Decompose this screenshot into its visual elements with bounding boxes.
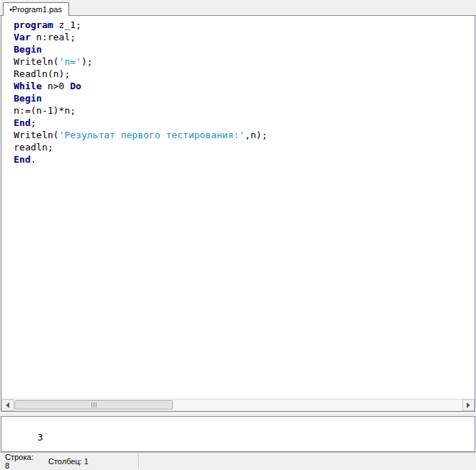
scrollbar-track[interactable] [14,399,462,411]
code-token: 'Результат первого тестирования:' [59,130,245,140]
code-token: End [14,117,30,128]
code-line: Readln(n); [14,68,475,80]
scrollbar-thumb[interactable] [14,400,173,410]
code-token: Writeln( [14,56,59,67]
code-token: Readln(n); [14,68,70,79]
status-bar: Строка: 8 Столбец: 1 [0,452,476,470]
thumb-grip-icon [96,402,96,407]
thumb-grip-icon [94,402,94,407]
output-value-line: 3 [4,418,472,452]
code-line: While n>0 Do [14,80,475,92]
code-token: Do [70,81,81,91]
output-value: 3 [37,432,43,443]
code-token: n:real; [30,32,76,42]
code-line: Var n:real; [14,31,475,43]
code-token: n:=(n-1)*n; [14,105,76,116]
code-token: program [14,19,53,30]
code-line: readln; [14,141,475,153]
code-line: Writeln('Результат первого тестирования:… [14,129,475,141]
tab-program1[interactable]: •Program1.pas [3,2,69,16]
code-token: . [30,154,36,165]
code-token: While [14,81,42,91]
code-line: n:=(n-1)*n; [14,104,475,117]
code-line: End. [14,153,475,166]
code-editor[interactable]: program z_1;Var n:real;BeginWriteln('n='… [1,16,475,399]
code-token: Begin [14,44,42,55]
code-token: z_1; [53,19,81,30]
scroll-left-button[interactable] [1,399,14,411]
code-token: End [14,154,30,165]
status-line-indicator: Строка: 8 [0,453,43,470]
code-line: End; [14,117,475,129]
code-token: 'n=' [59,56,81,67]
status-empty-section [140,453,476,470]
thumb-grip-icon [91,402,92,407]
tab-label: •Program1.pas [9,5,62,14]
status-column-indicator: Столбец: 1 [43,453,138,470]
code-line: Writeln('n='); [14,55,475,68]
code-token: Var [14,32,30,42]
scroll-left-icon [6,402,9,408]
code-token: ; [30,117,36,128]
horizontal-scrollbar[interactable] [1,399,475,411]
code-token: readln; [14,142,53,153]
scroll-right-button[interactable] [462,399,475,411]
code-token: ); [81,56,93,67]
code-line: Begin [14,43,475,55]
code-line: program z_1; [14,19,475,31]
tab-bar: •Program1.pas [0,0,476,16]
code-token: Writeln( [14,130,59,140]
code-token: Begin [14,93,42,104]
output-panel: 3 »Ошибка: вещественное переполнение (Pr… [1,416,475,452]
editor-area: program z_1;Var n:real;BeginWriteln('n='… [1,16,475,412]
scroll-right-icon [467,402,470,408]
code-line: Begin [14,92,475,104]
code-token: ,n); [245,130,267,140]
code-token: n>0 [42,81,70,91]
ide-window: •Program1.pas program z_1;Var n:real;Beg… [0,0,476,470]
